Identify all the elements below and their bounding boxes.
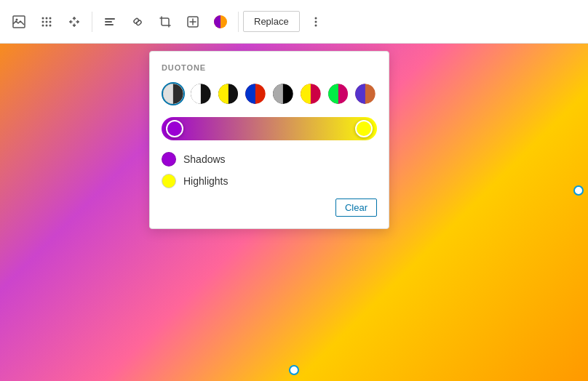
divider-2 (238, 12, 239, 32)
svg-rect-12 (105, 21, 112, 23)
svg-point-1 (16, 18, 18, 20)
link-icon[interactable] (124, 9, 151, 35)
svg-rect-13 (105, 24, 114, 25)
svg-point-2 (42, 17, 44, 19)
resize-handle-right[interactable] (573, 185, 584, 196)
clear-btn-row: Clear (162, 198, 377, 217)
arrows-icon[interactable] (61, 9, 87, 35)
svg-point-7 (49, 20, 52, 23)
swatch-3[interactable] (217, 82, 240, 105)
svg-point-9 (46, 24, 48, 26)
duotone-section-label: DUOTONE (162, 63, 377, 72)
toolbar: Replace (0, 0, 588, 44)
svg-point-17 (314, 20, 317, 23)
divider-1 (92, 12, 92, 32)
highlights-label: Highlights (183, 175, 228, 187)
crop-icon[interactable] (152, 9, 178, 35)
color-labels: Shadows Highlights (162, 152, 377, 188)
more-icon[interactable] (303, 9, 329, 35)
svg-point-4 (49, 17, 52, 19)
highlights-row[interactable]: Highlights (162, 174, 377, 188)
swatch-4[interactable] (244, 82, 267, 105)
swatch-1[interactable] (162, 82, 185, 105)
svg-point-18 (314, 24, 317, 26)
duotone-panel: DUOTONE (149, 51, 389, 229)
shadow-slider-handle[interactable] (166, 120, 183, 137)
resize-handle-bottom[interactable] (289, 365, 299, 375)
flag-icon[interactable] (180, 9, 206, 35)
svg-point-16 (314, 17, 317, 19)
svg-point-10 (49, 24, 52, 26)
svg-point-6 (46, 20, 48, 23)
svg-point-3 (46, 17, 48, 19)
svg-rect-11 (105, 18, 115, 20)
grid-icon[interactable] (33, 9, 60, 35)
svg-point-5 (42, 20, 44, 23)
gradient-slider-container (162, 117, 377, 140)
highlight-slider-handle[interactable] (355, 120, 373, 137)
swatch-6[interactable] (299, 82, 322, 105)
duotone-icon[interactable] (207, 9, 234, 35)
image-icon[interactable] (6, 9, 32, 35)
shadows-color-dot[interactable] (162, 152, 176, 167)
replace-button[interactable]: Replace (243, 11, 300, 32)
shadows-label: Shadows (183, 153, 226, 165)
swatch-5[interactable] (271, 82, 295, 105)
svg-point-8 (42, 24, 44, 26)
swatch-8[interactable] (354, 82, 377, 105)
shadows-row[interactable]: Shadows (162, 152, 377, 167)
align-icon[interactable] (97, 9, 123, 35)
gradient-slider-track[interactable] (162, 117, 377, 140)
highlights-color-dot[interactable] (162, 174, 176, 188)
swatch-2[interactable] (189, 82, 212, 105)
clear-button[interactable]: Clear (335, 198, 377, 217)
swatches-row (162, 82, 377, 105)
swatch-7[interactable] (327, 82, 350, 105)
